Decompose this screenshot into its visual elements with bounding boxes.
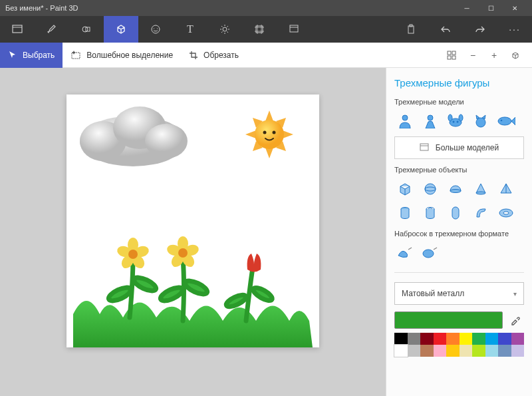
color-swatch[interactable] [498,333,511,345]
color-swatch[interactable] [446,345,460,357]
magic-select-button[interactable]: Волшебное выделение [63,43,181,68]
minimize-button[interactable]: ─ [455,0,479,16]
chevron-down-icon: ▾ [513,290,517,297]
select-label: Выбрать [23,51,55,60]
color-swatch[interactable] [408,345,421,357]
stickers-tab[interactable] [138,16,173,43]
model-fish-button[interactable] [495,111,517,131]
canvas-art [66,95,319,347]
more-models-button[interactable]: Больше моделей [394,136,524,159]
grid-view-button[interactable] [442,45,462,65]
svg-rect-57 [452,207,459,219]
crop-button[interactable]: Обрезать [181,43,247,68]
sketch-soft-button[interactable] [420,243,441,263]
svg-point-23 [159,285,185,303]
eyedropper-button[interactable] [507,311,524,329]
svg-point-50 [425,184,436,194]
canvas-area[interactable] [0,68,386,396]
shape-hemisphere-button[interactable] [445,179,466,199]
maximize-button[interactable]: ☐ [479,0,503,16]
side-panel: Трехмерные фигуры Трехмерные модели Боль… [386,68,532,396]
zoom-out-button[interactable]: − [463,45,483,65]
brushes-tab[interactable] [35,16,69,43]
shape-curved-cylinder-button[interactable] [470,203,491,223]
svg-rect-7 [408,26,414,33]
model-woman-button[interactable] [420,111,441,131]
color-swatch[interactable] [511,345,525,357]
2d-shapes-tab[interactable] [69,16,104,43]
svg-point-43 [459,114,463,121]
panel-title: Трехмерные фигуры [394,77,524,89]
current-color-swatch[interactable] [394,311,503,329]
svg-rect-9 [72,53,80,59]
window-titlebar: Без имени* - Paint 3D ─ ☐ ✕ [0,0,532,16]
library-icon [420,142,429,154]
more-button[interactable]: ··· [497,16,532,43]
shape-torus-button[interactable] [495,203,517,223]
svg-point-25 [225,293,247,309]
color-swatch[interactable] [408,333,421,345]
undo-button[interactable] [428,16,463,43]
magic-select-label: Волшебное выделение [86,51,173,60]
svg-point-59 [503,212,509,214]
paste-button[interactable] [394,16,428,43]
zoom-in-button[interactable]: + [484,45,504,65]
color-swatch[interactable] [434,345,447,357]
app-root: Без имени* - Paint 3D ─ ☐ ✕ T [0,0,532,396]
text-tab[interactable]: T [173,16,207,43]
svg-point-60 [423,250,434,258]
color-swatch[interactable] [472,333,485,345]
color-swatch[interactable] [420,333,434,345]
shape-capsule-button[interactable] [445,203,466,223]
svg-point-39 [402,115,408,120]
objects-row [394,179,524,223]
menu-button[interactable] [0,16,35,43]
shape-cone-button[interactable] [470,179,491,199]
select-button[interactable]: Выбрать [0,43,63,68]
redo-button[interactable] [463,16,497,43]
shape-pyramid-button[interactable] [495,179,517,199]
canvas[interactable] [66,95,319,347]
color-swatch[interactable] [394,333,408,345]
model-man-button[interactable] [394,111,416,131]
color-swatch[interactable] [394,345,408,357]
model-dog-button[interactable] [445,111,466,131]
color-palette [394,333,524,357]
content-area: Трехмерные фигуры Трехмерные модели Боль… [0,68,532,396]
shape-cube-button[interactable] [394,179,416,199]
svg-point-22 [132,275,158,294]
sun-shape [245,110,293,158]
section-models-label: Трехмерные модели [394,98,524,106]
color-swatch[interactable] [434,333,447,345]
material-select[interactable]: Матовый металл ▾ [394,282,524,305]
panel-divider [394,272,524,273]
cursor-icon [8,51,17,60]
color-swatch[interactable] [460,345,473,357]
3d-shapes-tab[interactable] [104,16,138,43]
shape-sphere-button[interactable] [420,179,441,199]
color-swatch[interactable] [485,345,499,357]
model-cat-button[interactable] [470,111,491,131]
color-swatch[interactable] [420,345,434,357]
more-models-label: Больше моделей [436,143,499,152]
color-swatch[interactable] [485,333,499,345]
svg-point-47 [498,117,511,125]
close-button[interactable]: ✕ [503,0,527,16]
view-3d-button[interactable] [505,45,525,65]
color-swatch[interactable] [472,345,485,357]
sketch-sharp-button[interactable] [394,243,416,263]
color-swatch[interactable] [446,333,460,345]
svg-point-53 [476,192,485,194]
shape-cylinder-button[interactable] [394,203,416,223]
effects-tab[interactable] [207,16,242,43]
color-swatch[interactable] [498,345,511,357]
svg-point-18 [255,120,284,149]
canvas-tab[interactable] [242,16,277,43]
color-swatch[interactable] [460,333,473,345]
window-controls: ─ ☐ ✕ [455,0,527,16]
3d-library-tab[interactable] [277,16,311,43]
crop-icon [189,51,198,60]
shape-tube-button[interactable] [420,203,441,223]
color-swatch[interactable] [511,333,525,345]
svg-point-48 [501,120,503,122]
